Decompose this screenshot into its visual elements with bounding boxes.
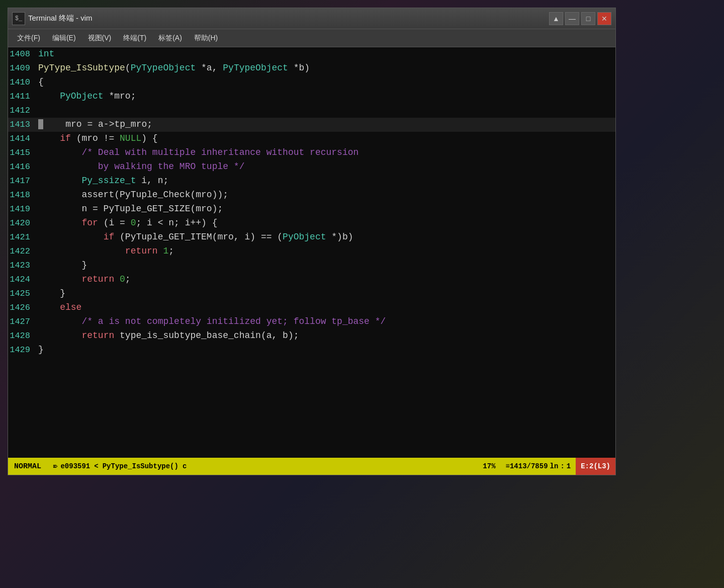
menu-file[interactable]: 文件(F) xyxy=(12,32,45,45)
status-info: ⌦ e093591 < PyType_IsSubtype() c xyxy=(47,458,478,475)
status-percent: 17% xyxy=(478,458,500,475)
code-line-1429: 1429} xyxy=(8,343,615,357)
status-bar: NORMAL ⌦ e093591 < PyType_IsSubtype() c … xyxy=(8,458,615,475)
terminal-window: $_ Terminal 终端 - vim ▲ — □ ✕ 文件(F) 编辑(E)… xyxy=(8,8,616,475)
code-line-1426: 1426 else xyxy=(8,301,615,315)
line-number: 1428 xyxy=(8,329,36,343)
code-line-1422: 1422 return 1; xyxy=(8,244,615,259)
line-content: return 0; xyxy=(36,273,615,287)
code-line-1409: 1409PyType_IsSubtype(PyTypeObject *a, Py… xyxy=(8,61,615,75)
status-commit: e093591 xyxy=(60,462,90,470)
line-number: 1409 xyxy=(8,62,36,75)
line-number: 1425 xyxy=(8,287,36,300)
line-number: 1422 xyxy=(8,245,36,258)
code-line-1410: 1410{ xyxy=(8,75,615,90)
code-line-1427: 1427 /* a is not completely initilized y… xyxy=(8,315,615,329)
line-number: 1416 xyxy=(8,160,36,174)
line-content: else xyxy=(36,301,615,315)
line-content: return type_is_subtype_base_chain(a, b); xyxy=(36,329,615,343)
line-content: /* a is not completely initilized yet; f… xyxy=(36,315,615,329)
line-content: /* Deal with multiple inheritance withou… xyxy=(36,146,615,160)
line-number: 1421 xyxy=(8,231,36,244)
line-number: 1420 xyxy=(8,217,36,230)
code-line-1411: 1411 PyObject *mro; xyxy=(8,90,615,104)
menu-bar: 文件(F) 编辑(E) 视图(V) 终端(T) 标签(A) 帮助(H) xyxy=(8,29,615,47)
code-line-1415: 1415 /* Deal with multiple inheritance w… xyxy=(8,146,615,160)
title-bar: $_ Terminal 终端 - vim ▲ — □ ✕ xyxy=(8,8,615,29)
line-number: 1419 xyxy=(8,203,36,216)
code-editor[interactable]: 1408int1409PyType_IsSubtype(PyTypeObject… xyxy=(8,47,615,458)
line-number: 1427 xyxy=(8,315,36,328)
code-line-1413: 1413 mro = a->tp_mro; xyxy=(8,118,615,132)
line-number: 1413 xyxy=(8,118,36,131)
line-content: PyObject *mro; xyxy=(36,90,615,104)
line-number: 1408 xyxy=(8,48,36,61)
code-line-1412: 1412 xyxy=(8,104,615,118)
line-number: 1414 xyxy=(8,132,36,145)
code-line-1414: 1414 if (mro != NULL) { xyxy=(8,132,615,146)
status-flag: ⌦ xyxy=(53,462,57,471)
code-line-1419: 1419 n = PyTuple_GET_SIZE(mro); xyxy=(8,202,615,216)
line-number: 1424 xyxy=(8,273,36,286)
code-line-1416: 1416 by walking the MRO tuple */ xyxy=(8,160,615,174)
menu-tabs[interactable]: 标签(A) xyxy=(153,32,187,45)
line-content: Py_ssize_t i, n; xyxy=(36,174,615,188)
menu-edit[interactable]: 编辑(E) xyxy=(47,32,81,45)
line-number: 1429 xyxy=(8,344,36,357)
minimize-button[interactable]: — xyxy=(565,12,579,25)
line-number: 1417 xyxy=(8,175,36,188)
menu-view[interactable]: 视图(V) xyxy=(83,32,117,45)
window-title: Terminal 终端 - vim xyxy=(28,14,93,23)
code-line-1408: 1408int xyxy=(8,47,615,61)
line-content: assert(PyTuple_Check(mro)); xyxy=(36,188,615,202)
status-position: ≡1413/7859 ln : 1 xyxy=(501,458,576,475)
maximize-button[interactable]: □ xyxy=(581,12,595,25)
vim-cursor xyxy=(38,119,43,129)
line-content: PyType_IsSubtype(PyTypeObject *a, PyType… xyxy=(36,61,615,75)
close-button[interactable]: ✕ xyxy=(597,12,611,25)
line-number: 1423 xyxy=(8,259,36,272)
title-bar-left: $_ Terminal 终端 - vim xyxy=(12,12,93,25)
code-line-1420: 1420 for (i = 0; i < n; i++) { xyxy=(8,216,615,230)
line-number: 1410 xyxy=(8,76,36,89)
line-number: 1418 xyxy=(8,189,36,202)
code-line-1424: 1424 return 0; xyxy=(8,273,615,287)
code-lines: 1408int1409PyType_IsSubtype(PyTypeObject… xyxy=(8,47,615,458)
line-content: by walking the MRO tuple */ xyxy=(36,160,615,174)
code-line-1421: 1421 if (PyTuple_GET_ITEM(mro, i) == (Py… xyxy=(8,230,615,244)
line-content: int xyxy=(36,47,615,61)
scroll-up-button[interactable]: ▲ xyxy=(549,12,563,25)
line-content: if (PyTuple_GET_ITEM(mro, i) == (PyObjec… xyxy=(36,230,615,244)
line-content: mro = a->tp_mro; xyxy=(36,118,615,132)
window-controls: ▲ — □ ✕ xyxy=(549,12,611,25)
line-content: } xyxy=(36,259,615,273)
line-content: if (mro != NULL) { xyxy=(36,132,615,146)
status-error: E:2(L3) xyxy=(576,458,615,475)
code-line-1417: 1417 Py_ssize_t i, n; xyxy=(8,174,615,188)
code-line-1423: 1423 } xyxy=(8,259,615,273)
line-content: for (i = 0; i < n; i++) { xyxy=(36,216,615,230)
code-line-1425: 1425 } xyxy=(8,287,615,301)
line-number: 1426 xyxy=(8,301,36,314)
line-content: n = PyTuple_GET_SIZE(mro); xyxy=(36,202,615,216)
line-content: } xyxy=(36,343,615,357)
code-line-1428: 1428 return type_is_subtype_base_chain(a… xyxy=(8,329,615,343)
line-number: 1415 xyxy=(8,146,36,159)
terminal-icon: $_ xyxy=(12,12,25,25)
menu-terminal[interactable]: 终端(T) xyxy=(118,32,151,45)
status-separator: < xyxy=(94,462,98,470)
code-line-1418: 1418 assert(PyTuple_Check(mro)); xyxy=(8,188,615,202)
status-function: PyType_IsSubtype() xyxy=(103,462,178,470)
line-number: 1411 xyxy=(8,90,36,103)
line-content: } xyxy=(36,287,615,301)
line-number: 1412 xyxy=(8,104,36,117)
line-content: return 1; xyxy=(36,244,615,259)
vim-mode: NORMAL xyxy=(8,458,47,475)
line-content: { xyxy=(36,75,615,90)
status-filetype: c xyxy=(183,462,187,470)
menu-help[interactable]: 帮助(H) xyxy=(189,32,223,45)
